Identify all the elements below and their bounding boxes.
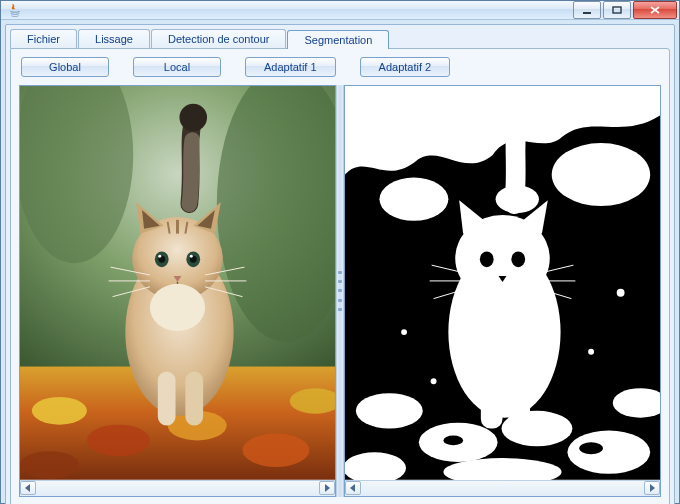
split-pane bbox=[19, 85, 661, 497]
scroll-right-icon[interactable] bbox=[644, 481, 660, 495]
scroll-right-icon[interactable] bbox=[319, 481, 335, 495]
adaptatif1-button[interactable]: Adaptatif 1 bbox=[245, 57, 336, 77]
svg-point-33 bbox=[480, 251, 494, 267]
maximize-button[interactable] bbox=[603, 1, 631, 19]
global-button[interactable]: Global bbox=[21, 57, 109, 77]
svg-point-47 bbox=[579, 442, 603, 454]
adaptatif2-button[interactable]: Adaptatif 2 bbox=[360, 57, 451, 77]
close-button[interactable] bbox=[633, 1, 677, 19]
svg-point-45 bbox=[431, 378, 437, 384]
svg-point-46 bbox=[443, 435, 463, 445]
svg-rect-30 bbox=[481, 371, 503, 428]
svg-point-34 bbox=[511, 251, 525, 267]
svg-point-12 bbox=[179, 104, 207, 132]
split-divider[interactable] bbox=[336, 85, 344, 497]
svg-rect-15 bbox=[185, 371, 203, 425]
button-row: Global Local Adaptatif 1 Adaptatif 2 bbox=[19, 57, 661, 77]
svg-point-22 bbox=[190, 255, 193, 258]
tab-pane-segmentation: Global Local Adaptatif 1 Adaptatif 2 bbox=[10, 48, 670, 504]
segmented-image bbox=[345, 86, 660, 480]
svg-point-38 bbox=[567, 431, 650, 474]
svg-point-43 bbox=[617, 289, 625, 297]
svg-point-23 bbox=[150, 284, 205, 331]
tab-lissage[interactable]: Lissage bbox=[78, 29, 150, 48]
svg-point-35 bbox=[356, 393, 423, 428]
scroll-track[interactable] bbox=[361, 482, 644, 494]
svg-point-25 bbox=[552, 143, 650, 206]
tab-detection-contour[interactable]: Detection de contour bbox=[151, 29, 287, 48]
svg-point-37 bbox=[502, 411, 573, 446]
app-window: Fichier Lissage Detection de contour Seg… bbox=[0, 0, 680, 504]
svg-rect-0 bbox=[583, 12, 591, 14]
scroll-left-icon[interactable] bbox=[345, 481, 361, 495]
right-scrollbar[interactable] bbox=[345, 480, 660, 496]
svg-rect-14 bbox=[158, 371, 176, 425]
svg-point-6 bbox=[32, 397, 87, 425]
left-scrollbar[interactable] bbox=[20, 480, 335, 496]
svg-point-42 bbox=[401, 329, 407, 335]
java-icon bbox=[7, 2, 23, 18]
scroll-track[interactable] bbox=[36, 482, 319, 494]
window-controls bbox=[573, 1, 677, 19]
left-pane bbox=[19, 85, 336, 497]
local-button[interactable]: Local bbox=[133, 57, 221, 77]
svg-point-21 bbox=[158, 255, 161, 258]
svg-point-9 bbox=[242, 433, 309, 466]
original-image bbox=[20, 86, 335, 480]
scroll-left-icon[interactable] bbox=[20, 481, 36, 495]
tab-segmentation[interactable]: Segmentation bbox=[287, 30, 389, 49]
tab-bar: Fichier Lissage Detection de contour Seg… bbox=[6, 25, 674, 48]
tab-fichier[interactable]: Fichier bbox=[10, 29, 77, 48]
minimize-button[interactable] bbox=[573, 1, 601, 19]
svg-point-44 bbox=[588, 349, 594, 355]
client-area: Fichier Lissage Detection de contour Seg… bbox=[5, 24, 675, 504]
svg-point-28 bbox=[503, 103, 533, 133]
right-pane bbox=[344, 85, 661, 497]
svg-point-11 bbox=[20, 451, 79, 479]
titlebar[interactable] bbox=[1, 1, 679, 20]
svg-point-7 bbox=[87, 425, 150, 457]
svg-rect-1 bbox=[613, 7, 621, 13]
svg-point-26 bbox=[379, 178, 448, 221]
